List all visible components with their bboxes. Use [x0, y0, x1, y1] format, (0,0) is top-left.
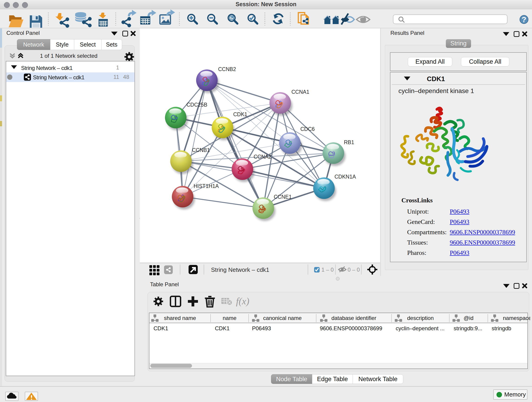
- svg-text:0 – 0: 0 – 0: [348, 267, 360, 273]
- svg-text:CCNA1: CCNA1: [291, 89, 309, 95]
- svg-text:CDKN1A: CDKN1A: [335, 174, 356, 180]
- svg-text:f(x): f(x): [236, 296, 249, 307]
- svg-text:RB1: RB1: [344, 139, 354, 145]
- svg-text:CDC6: CDC6: [300, 126, 315, 132]
- svg-text:CCNB1: CCNB1: [192, 147, 210, 153]
- svg-text:HIST1H1A: HIST1H1A: [194, 183, 219, 189]
- svg-text:CCNE1: CCNE1: [274, 194, 292, 200]
- svg-text:String Network – cdk1: String Network – cdk1: [211, 266, 269, 273]
- svg-text:CDK1: CDK1: [233, 111, 247, 117]
- svg-text:CCNA2: CCNA2: [254, 154, 272, 160]
- svg-text:CDC25B: CDC25B: [186, 102, 207, 108]
- svg-text:?: ?: [522, 15, 526, 24]
- svg-text:CCNB2: CCNB2: [218, 66, 236, 72]
- svg-text:1 – 0: 1 – 0: [322, 267, 334, 273]
